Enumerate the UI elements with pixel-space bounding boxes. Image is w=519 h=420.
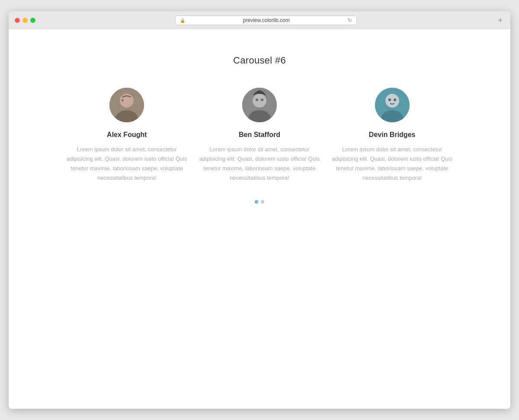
new-tab-button[interactable]: +: [496, 16, 504, 25]
address-bar[interactable]: 🔒 preview.colorlib.com ↻: [175, 16, 357, 25]
carousel-track: Alex Fought Lorem ipsum dolor sit amet, …: [65, 88, 454, 183]
minimize-button[interactable]: [22, 18, 28, 23]
lock-icon: 🔒: [180, 18, 185, 23]
avatar-2: [242, 88, 277, 122]
person-bio-1: Lorem ipsum dolor sit amet, consectetur …: [66, 145, 187, 183]
browser-content: Carousel #6 Alex Fought L: [9, 29, 510, 409]
carousel-dots: [65, 200, 454, 204]
svg-point-12: [388, 99, 391, 101]
carousel-container: Alex Fought Lorem ipsum dolor sit amet, …: [65, 88, 454, 204]
person-name-3: Devin Bridges: [369, 131, 416, 139]
person-card-3: Devin Bridges Lorem ipsum dolor sit amet…: [332, 88, 453, 183]
person-bio-2: Lorem ipsum dolor sit amet, consectetur …: [199, 145, 320, 183]
maximize-button[interactable]: [30, 18, 35, 23]
svg-point-5: [253, 94, 266, 108]
person-card-2: Ben Stafford Lorem ipsum dolor sit amet,…: [199, 88, 320, 183]
address-bar-container: 🔒 preview.colorlib.com ↻: [40, 16, 492, 25]
person-name-2: Ben Stafford: [239, 131, 280, 139]
refresh-button[interactable]: ↻: [348, 17, 352, 23]
person-card-1: Alex Fought Lorem ipsum dolor sit amet, …: [66, 88, 187, 183]
person-bio-3: Lorem ipsum dolor sit amet, consectetur …: [332, 145, 453, 183]
carousel-dot-2[interactable]: [261, 200, 264, 204]
svg-point-7: [256, 99, 258, 101]
close-button[interactable]: [15, 18, 20, 23]
avatar-1: [109, 88, 144, 122]
traffic-lights: [15, 18, 35, 23]
svg-point-10: [385, 94, 399, 108]
avatar-3: [375, 88, 410, 122]
browser-chrome: 🔒 preview.colorlib.com ↻ +: [9, 11, 510, 29]
person-name-1: Alex Fought: [107, 131, 147, 139]
browser-window: 🔒 preview.colorlib.com ↻ + Carousel #6: [9, 11, 510, 409]
svg-rect-3: [122, 99, 123, 102]
svg-point-13: [394, 99, 396, 101]
carousel-dot-1[interactable]: [255, 200, 258, 204]
svg-point-8: [261, 99, 263, 101]
url-text: preview.colorlib.com: [188, 17, 345, 23]
page-title: Carousel #6: [233, 55, 286, 66]
